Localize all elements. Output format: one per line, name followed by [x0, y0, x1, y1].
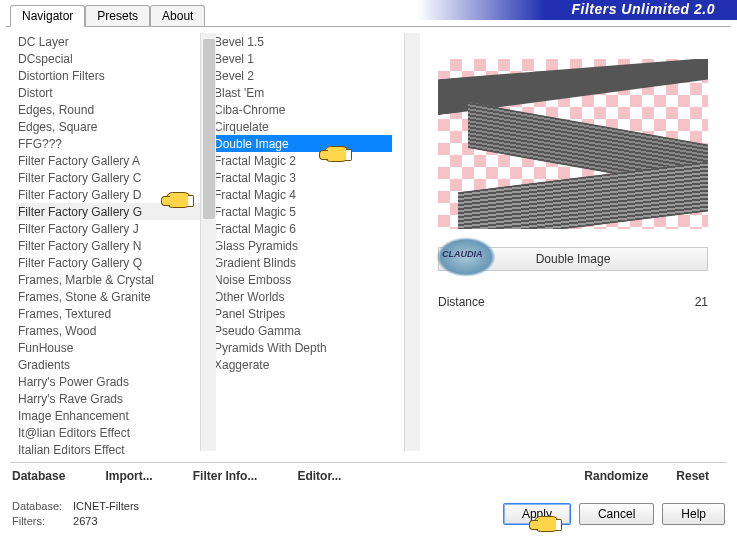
- category-item[interactable]: Frames, Stone & Granite: [16, 288, 202, 305]
- filter-item[interactable]: Bevel 1: [212, 50, 392, 67]
- status-filters-label: Filters:: [12, 514, 70, 529]
- param-distance[interactable]: Distance 21: [438, 295, 708, 309]
- category-item[interactable]: Distortion Filters: [16, 67, 202, 84]
- status-filters-value: 2673: [73, 515, 97, 527]
- tab-presets[interactable]: Presets: [85, 5, 150, 27]
- filter-item[interactable]: Xaggerate: [212, 356, 392, 373]
- category-item[interactable]: Filter Factory Gallery J: [16, 220, 202, 237]
- cancel-button[interactable]: Cancel: [579, 503, 654, 525]
- filter-item[interactable]: Ciba-Chrome: [212, 101, 392, 118]
- category-item[interactable]: Italian Editors Effect: [16, 441, 202, 458]
- filter-item[interactable]: Pyramids With Depth: [212, 339, 392, 356]
- reset-button[interactable]: Reset: [676, 469, 709, 483]
- category-item[interactable]: DCspecial: [16, 50, 202, 67]
- separator: [10, 462, 727, 463]
- filter-item[interactable]: Bevel 2: [212, 67, 392, 84]
- filter-item[interactable]: Fractal Magic 6: [212, 220, 392, 237]
- filter-item[interactable]: Fractal Magic 5: [212, 203, 392, 220]
- category-scrollbar[interactable]: [200, 33, 216, 451]
- filter-list[interactable]: Bevel 1.5Bevel 1Bevel 2Blast 'EmCiba-Chr…: [202, 27, 392, 457]
- category-item[interactable]: Distort: [16, 84, 202, 101]
- filter-item[interactable]: Fractal Magic 3: [212, 169, 392, 186]
- filter-item[interactable]: Double Image: [212, 135, 392, 152]
- status-db-value: ICNET-Filters: [73, 500, 139, 512]
- filter-item[interactable]: Blast 'Em: [212, 84, 392, 101]
- filter-item[interactable]: Noise Emboss: [212, 271, 392, 288]
- database-button[interactable]: Database: [12, 469, 65, 483]
- category-item[interactable]: Edges, Square: [16, 118, 202, 135]
- category-item[interactable]: Harry's Power Grads: [16, 373, 202, 390]
- app-title: Filters Unlimited 2.0: [417, 0, 737, 20]
- category-item[interactable]: Harry's Rave Grads: [16, 390, 202, 407]
- filter-item[interactable]: Cirquelate: [212, 118, 392, 135]
- category-item[interactable]: DC Layer: [16, 33, 202, 50]
- category-item[interactable]: Gradients: [16, 356, 202, 373]
- panel-buttons-right: Randomize Reset: [584, 469, 709, 483]
- panel-buttons-left: Database Import... Filter Info... Editor…: [12, 469, 341, 483]
- randomize-button[interactable]: Randomize: [584, 469, 648, 483]
- category-item[interactable]: Filter Factory Gallery G: [16, 203, 202, 220]
- category-item[interactable]: Filter Factory Gallery C: [16, 169, 202, 186]
- filter-item[interactable]: Fractal Magic 4: [212, 186, 392, 203]
- category-item[interactable]: Filter Factory Gallery N: [16, 237, 202, 254]
- category-item[interactable]: Filter Factory Gallery Q: [16, 254, 202, 271]
- watermark-badge: [436, 237, 496, 277]
- category-item[interactable]: It@lian Editors Effect: [16, 424, 202, 441]
- navigator-panel: DC LayerDCspecialDistortion FiltersDisto…: [6, 26, 731, 486]
- filter-item[interactable]: Fractal Magic 2: [212, 152, 392, 169]
- filter-item[interactable]: Bevel 1.5: [212, 33, 392, 50]
- category-item[interactable]: Frames, Marble & Crystal: [16, 271, 202, 288]
- editor-button[interactable]: Editor...: [297, 469, 341, 483]
- category-item[interactable]: Image Enhancement: [16, 407, 202, 424]
- category-item[interactable]: Frames, Wood: [16, 322, 202, 339]
- category-item[interactable]: Frames, Textured: [16, 305, 202, 322]
- category-item[interactable]: FunHouse: [16, 339, 202, 356]
- dialog-buttons: Apply Cancel Help: [503, 503, 725, 525]
- tab-about[interactable]: About: [150, 5, 205, 27]
- filter-item[interactable]: Glass Pyramids: [212, 237, 392, 254]
- category-item[interactable]: Filter Factory Gallery A: [16, 152, 202, 169]
- category-item[interactable]: Filter Factory Gallery D: [16, 186, 202, 203]
- filter-scrollbar[interactable]: [404, 33, 420, 451]
- param-name: Distance: [438, 295, 485, 309]
- status-bar: Database: ICNET-Filters Filters: 2673: [12, 499, 139, 529]
- tab-navigator[interactable]: Navigator: [10, 5, 85, 27]
- preview-image: [438, 59, 708, 229]
- import-button[interactable]: Import...: [105, 469, 152, 483]
- category-item[interactable]: Edges, Round: [16, 101, 202, 118]
- category-item[interactable]: FFG???: [16, 135, 202, 152]
- param-value: 21: [695, 295, 708, 309]
- filter-info-button[interactable]: Filter Info...: [193, 469, 258, 483]
- filter-item[interactable]: Other Worlds: [212, 288, 392, 305]
- filter-item[interactable]: Gradient Blinds: [212, 254, 392, 271]
- filter-item[interactable]: Pseudo Gamma: [212, 322, 392, 339]
- apply-button[interactable]: Apply: [503, 503, 571, 525]
- help-button[interactable]: Help: [662, 503, 725, 525]
- filter-item[interactable]: Panel Stripes: [212, 305, 392, 322]
- status-db-label: Database:: [12, 499, 70, 514]
- category-list[interactable]: DC LayerDCspecialDistortion FiltersDisto…: [6, 27, 202, 457]
